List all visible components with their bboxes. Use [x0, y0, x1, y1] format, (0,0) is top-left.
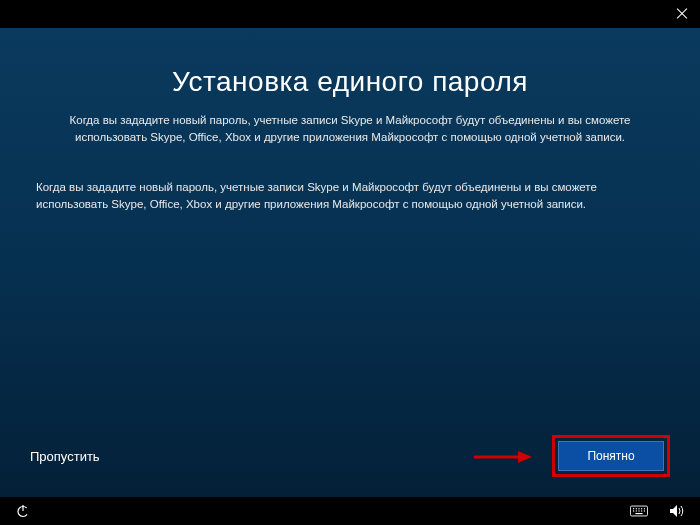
- main-content: Установка единого пароля Когда вы задади…: [0, 28, 700, 497]
- body-text: Когда вы зададите новый пароль, учетные …: [30, 179, 670, 214]
- svg-point-6: [636, 508, 637, 509]
- svg-point-8: [641, 508, 642, 509]
- svg-marker-16: [670, 505, 677, 517]
- page-title: Установка единого пароля: [30, 66, 670, 98]
- taskbar-left: [14, 503, 32, 519]
- power-icon[interactable]: [14, 503, 32, 519]
- svg-point-5: [633, 508, 634, 509]
- svg-point-13: [641, 510, 642, 511]
- volume-icon[interactable]: [668, 503, 686, 519]
- svg-point-12: [638, 510, 639, 511]
- svg-point-9: [644, 508, 645, 509]
- svg-point-14: [644, 510, 645, 511]
- primary-button-highlight: Понятно: [552, 435, 670, 477]
- svg-point-10: [633, 510, 634, 511]
- svg-point-7: [638, 508, 639, 509]
- skip-button[interactable]: Пропустить: [30, 449, 100, 464]
- taskbar-right: [630, 503, 686, 519]
- close-icon[interactable]: [676, 8, 688, 20]
- primary-button[interactable]: Понятно: [558, 441, 664, 471]
- svg-point-11: [636, 510, 637, 511]
- taskbar: [0, 497, 700, 525]
- svg-rect-15: [635, 513, 642, 514]
- bottom-actions: Пропустить Понятно: [30, 435, 670, 477]
- keyboard-icon[interactable]: [630, 503, 648, 519]
- subtitle-text: Когда вы зададите новый пароль, учетные …: [30, 112, 670, 147]
- titlebar: [0, 0, 700, 28]
